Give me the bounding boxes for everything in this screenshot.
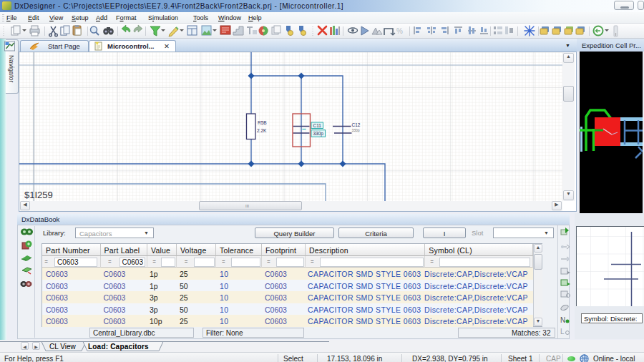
svg-text:R5B: R5B <box>258 120 267 125</box>
svg-text:%: % <box>396 27 403 35</box>
svg-text:C11: C11 <box>313 123 322 128</box>
svg-text:$1I259: $1I259 <box>24 190 53 200</box>
svg-text:N: N <box>560 316 565 324</box>
svg-text:330p: 330p <box>352 128 360 132</box>
svg-text:2.2K: 2.2K <box>257 128 267 133</box>
svg-text:L: L <box>560 328 565 336</box>
svg-text:330p: 330p <box>313 131 324 137</box>
svg-text:C12: C12 <box>352 122 361 127</box>
